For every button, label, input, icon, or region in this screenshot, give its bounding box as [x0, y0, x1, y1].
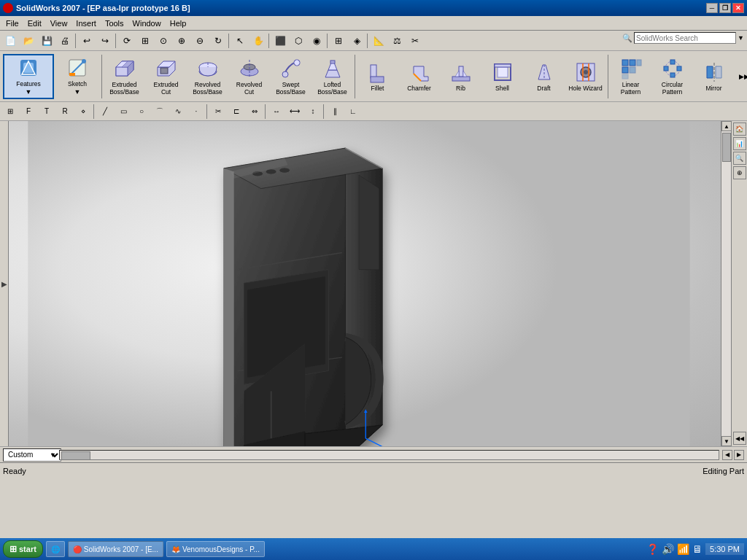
line-tool[interactable]: ╱	[96, 103, 114, 120]
features-dropdown-icon[interactable]: ▼	[26, 88, 32, 96]
sketch-dropdown-icon[interactable]: ▼	[74, 88, 81, 96]
scroll-thumb[interactable]	[722, 133, 731, 162]
separator-8	[206, 104, 208, 119]
menu-item-file[interactable]: File	[1, 18, 23, 29]
scroll-up-button[interactable]: ▲	[721, 121, 732, 131]
swept-boss-button[interactable]: SweptBoss/Base	[271, 54, 311, 99]
mass-props-button[interactable]: ⚖	[388, 32, 406, 50]
measure-button[interactable]: 📐	[370, 32, 387, 50]
display-icon[interactable]: 🖥	[692, 543, 703, 555]
standard-views-button[interactable]: ⊞	[330, 32, 347, 50]
start-button[interactable]: ⊞ start	[3, 540, 43, 558]
front-view-button[interactable]: F	[20, 103, 37, 120]
arc-tool[interactable]: ⌒	[151, 103, 169, 120]
rebuild-button[interactable]: ⟳	[118, 32, 136, 50]
trim-tool[interactable]: ✂	[209, 103, 227, 120]
hole-wizard-button[interactable]: Hole Wizard	[565, 54, 605, 99]
iso-view-button[interactable]: ⋄	[74, 103, 92, 120]
home-view-button[interactable]: 🏠	[733, 122, 746, 136]
mirror-sketch-tool[interactable]: ⇔	[246, 103, 263, 120]
right-view-button[interactable]: R	[56, 103, 74, 120]
panel-collapse-button[interactable]: ▶	[0, 121, 9, 446]
chamfer-button[interactable]: Chamfer	[399, 54, 439, 99]
volume-icon[interactable]: 🔊	[662, 543, 674, 555]
swept-boss-label: SweptBoss/Base	[276, 82, 306, 96]
horiz-dim-tool[interactable]: ⟷	[286, 103, 303, 120]
auto-rel-tool[interactable]: ∟	[344, 103, 362, 120]
redo-button[interactable]: ↪	[96, 32, 114, 50]
menu-item-insert[interactable]: Insert	[71, 18, 101, 29]
mirror-button[interactable]: Mirror	[694, 54, 734, 99]
extruded-boss-button[interactable]: ExtrudedBoss/Base	[104, 54, 144, 99]
draft-button[interactable]: Draft	[524, 54, 564, 99]
vert-dim-tool[interactable]: ↕	[304, 103, 322, 120]
undo-button[interactable]: ↩	[78, 32, 96, 50]
vertical-scrollbar[interactable]: ▲ ▼	[721, 121, 731, 446]
point-tool[interactable]: ·	[187, 103, 205, 120]
open-button[interactable]: 📂	[20, 32, 37, 50]
new-button[interactable]: 📄	[1, 32, 19, 50]
circular-pattern-button[interactable]: CircularPattern	[652, 54, 692, 99]
zoom-fit-button[interactable]: ⊙	[155, 32, 172, 50]
view-dropdown[interactable]: Custom Standard Isometric Front Top Righ…	[3, 448, 61, 462]
pan-button[interactable]: ✋	[249, 32, 267, 50]
section-button[interactable]: ✂	[406, 32, 424, 50]
shell-button[interactable]: Shell	[482, 54, 522, 99]
spline-tool[interactable]: ∿	[169, 103, 187, 120]
circle-tool[interactable]: ○	[133, 103, 150, 120]
rib-button[interactable]: Rib	[441, 54, 481, 99]
svg-marker-32	[455, 71, 459, 77]
more-tools-button[interactable]: ▶▶	[735, 68, 747, 85]
menu-item-window[interactable]: Window	[128, 18, 166, 29]
revolved-cut-button[interactable]: RevolvedCut	[229, 54, 269, 99]
rect-tool[interactable]: ▭	[115, 103, 132, 120]
taskbar-item-firefox[interactable]: 🦊 VenomousDesigns - P...	[166, 541, 265, 557]
collapse-right-button[interactable]: ◀◀	[733, 432, 746, 445]
menu-item-view[interactable]: View	[46, 18, 72, 29]
taskbar-item-solidworks[interactable]: 🔴 SolidWorks 2007 - [E...	[68, 541, 163, 557]
search-input[interactable]	[634, 32, 736, 44]
close-button[interactable]: ✕	[732, 3, 744, 13]
extruded-cut-button[interactable]: ExtrudedCut	[146, 54, 186, 99]
minimize-button[interactable]: ─	[706, 3, 718, 13]
pan-right-button[interactable]: ⊕	[733, 166, 746, 179]
select-button[interactable]: ↖	[231, 32, 249, 50]
h-scroll-thumb[interactable]	[61, 451, 90, 460]
wireframe-button[interactable]: ⬡	[290, 32, 307, 50]
taskbar-item-ie[interactable]: 🌐	[46, 541, 65, 557]
shaded-button[interactable]: ◉	[308, 32, 325, 50]
print-button[interactable]: 🖨	[56, 32, 74, 50]
lofted-boss-button[interactable]: LoftedBoss/Base	[312, 54, 352, 99]
zoom-button[interactable]: 🔍	[733, 152, 746, 165]
fillet-button[interactable]: Fillet	[357, 54, 398, 99]
menu-item-edit[interactable]: Edit	[23, 18, 46, 29]
h-scroll-right[interactable]: ▶	[734, 450, 744, 460]
relation-tool[interactable]: ∥	[326, 103, 344, 120]
sketch-tab-button[interactable]: Sketch ▼	[55, 54, 99, 99]
zoom-out-button[interactable]: ⊖	[191, 32, 209, 50]
top-view-button[interactable]: T	[38, 103, 55, 120]
revolved-boss-button[interactable]: RevolvedBoss/Base	[187, 54, 228, 99]
scroll-down-button[interactable]: ▼	[721, 436, 732, 446]
menu-item-tools[interactable]: Tools	[101, 18, 128, 29]
viewport[interactable]: Y X Z	[9, 121, 721, 446]
view-orient-button[interactable]: ⊞	[1, 103, 19, 120]
save-button[interactable]: 💾	[38, 32, 55, 50]
h-scroll-left[interactable]: ◀	[722, 450, 732, 460]
zoom-in-button[interactable]: ⊕	[173, 32, 190, 50]
stats-button[interactable]: 📊	[733, 137, 746, 150]
search-dropdown-icon[interactable]: ▼	[738, 34, 744, 42]
horizontal-scrollbar[interactable]	[59, 450, 719, 460]
smart-dim-tool[interactable]: ↔	[268, 103, 285, 120]
display-mode-button[interactable]: ⬛	[271, 32, 289, 50]
rotate-button[interactable]: ↻	[209, 32, 227, 50]
isometric-button[interactable]: ◈	[348, 32, 365, 50]
menu-item-help[interactable]: Help	[166, 18, 191, 29]
help-tray-icon[interactable]: ❓	[646, 543, 659, 555]
restore-button[interactable]: ❐	[719, 3, 731, 13]
offset-tool[interactable]: ⊏	[228, 103, 245, 120]
features-tab-button[interactable]: Features ▼	[3, 54, 54, 99]
network-icon[interactable]: 📶	[677, 543, 689, 555]
linear-pattern-button[interactable]: LinearPattern	[611, 54, 651, 99]
3d-view-button[interactable]: ⊞	[136, 32, 154, 50]
